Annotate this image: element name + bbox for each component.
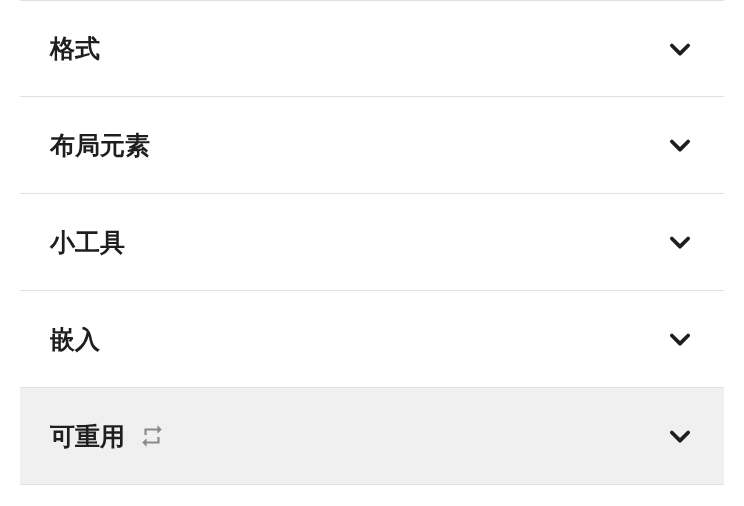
- accordion-item-embeds[interactable]: 嵌入: [20, 291, 724, 388]
- chevron-down-icon: [666, 131, 694, 159]
- chevron-down-icon: [666, 422, 694, 450]
- accordion-item-layout-elements[interactable]: 布局元素: [20, 97, 724, 194]
- accordion-item-format[interactable]: 格式: [20, 0, 724, 97]
- accordion-item-reusable[interactable]: 可重用: [20, 388, 724, 485]
- reusable-icon: [139, 423, 165, 449]
- accordion-label: 小工具: [50, 226, 125, 259]
- accordion-label-wrap: 嵌入: [50, 323, 100, 356]
- accordion-label-wrap: 布局元素: [50, 129, 150, 162]
- accordion-label-wrap: 格式: [50, 32, 100, 65]
- accordion-label: 格式: [50, 32, 100, 65]
- accordion-label: 嵌入: [50, 323, 100, 356]
- accordion-label: 布局元素: [50, 129, 150, 162]
- accordion-panel-list: 格式 布局元素 小工具 嵌入 可重用: [0, 0, 744, 485]
- chevron-down-icon: [666, 35, 694, 63]
- chevron-down-icon: [666, 325, 694, 353]
- accordion-label: 可重用: [50, 420, 125, 453]
- accordion-label-wrap: 可重用: [50, 420, 165, 453]
- accordion-label-wrap: 小工具: [50, 226, 125, 259]
- accordion-item-widgets[interactable]: 小工具: [20, 194, 724, 291]
- chevron-down-icon: [666, 228, 694, 256]
